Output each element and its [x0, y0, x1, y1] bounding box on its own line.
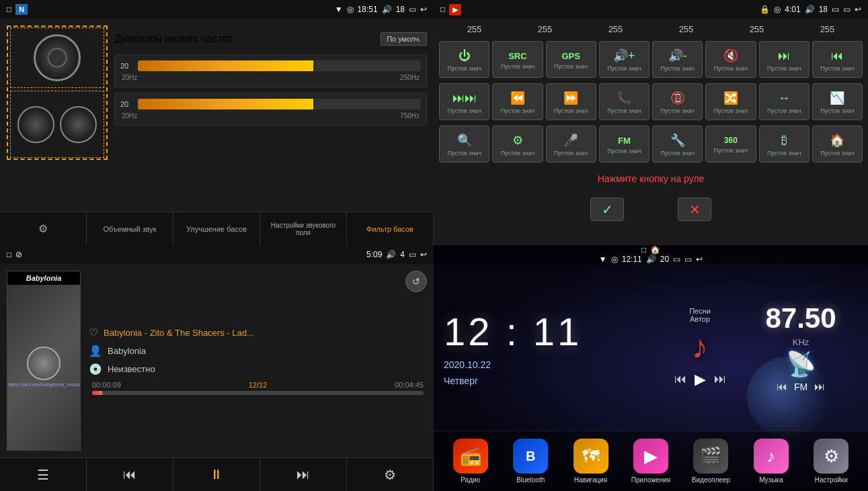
vol-1: 255: [448, 24, 502, 34]
rew-icon: ⏪: [510, 91, 525, 105]
btn-answer[interactable]: 📞 Пустое знач: [599, 83, 649, 120]
btn-eq[interactable]: 📉 Пустое знач: [812, 83, 863, 120]
eq-icon-tr: 📉: [830, 91, 844, 105]
btn-settings-tr[interactable]: ⚙ Пустое знач: [492, 126, 543, 163]
back-icon-tr[interactable]: ↩: [855, 5, 861, 14]
btn-bt[interactable]: ₿ Пустое знач: [759, 126, 810, 163]
tab-bass-boost[interactable]: Улучшение басов: [173, 212, 260, 245]
tab-surround[interactable]: Объемный звук: [87, 212, 173, 245]
settings-app-label: Настройки: [815, 476, 848, 484]
btn-skip-back[interactable]: ⏮ Пустое знач: [812, 41, 863, 78]
btn-vol-down[interactable]: 🔊- Пустое знач: [652, 41, 703, 78]
location-icon-br: ◎: [611, 255, 618, 264]
media-next-button[interactable]: ⏭: [714, 372, 726, 386]
btn-shuffle[interactable]: 🔀 Пустое знач: [705, 83, 756, 120]
media-song-label: Песни Автор: [689, 307, 711, 323]
btn-skip-fwd[interactable]: ⏭ Пустое знач: [759, 41, 810, 78]
btn-ff[interactable]: ⏩ Пустое знач: [546, 83, 596, 120]
apps-label: Приложения: [631, 476, 671, 484]
btn-360[interactable]: 360 Пустое знач: [705, 126, 756, 163]
btn-hangup[interactable]: 📵 Пустое знач: [652, 83, 703, 120]
ff-icon: ⏩: [563, 91, 578, 105]
next-button[interactable]: ⏭: [260, 458, 347, 491]
dock-item-video[interactable]: 🎬 Видеоплеер: [686, 439, 736, 484]
btn-cfg[interactable]: 🔧 Пустое знач: [652, 126, 703, 163]
btn-home-tr[interactable]: 🏠 Пустое знач: [812, 126, 863, 163]
btn-next-track[interactable]: ⏭⏭ Пустое знач: [439, 83, 489, 120]
window-icon: □: [7, 5, 11, 14]
btn-rew[interactable]: ⏪ Пустое знач: [492, 83, 543, 120]
pause-button[interactable]: ⏸: [173, 458, 260, 491]
volume-val-tl: 18: [396, 5, 405, 14]
back-icon-bl[interactable]: ↩: [420, 250, 427, 259]
tab-bass-filter[interactable]: Фильтр басов: [347, 212, 434, 245]
tab-eq-icon[interactable]: ⚙: [0, 212, 87, 245]
media-play-button[interactable]: ▶: [695, 371, 706, 388]
ctrl-grid-row1: ⏻ Пустое знач SRC Пустое знач GPS Пустое…: [439, 41, 863, 78]
player-controls: ☰ ⏮ ⏸ ⏭ ⚙: [0, 457, 434, 491]
volume-val-br: 20: [660, 255, 669, 264]
volume-row: 255 255 255 255 255 255: [439, 24, 863, 34]
prev-button[interactable]: ⏮: [87, 458, 173, 491]
vol-2: 255: [518, 24, 572, 34]
progress-bar[interactable]: [92, 391, 424, 395]
track-title: Babylonia - Zito & The Shacers - Lad...: [104, 328, 254, 338]
dock-item-music[interactable]: ♪ Музыка: [746, 439, 796, 484]
confirm-ok-button[interactable]: ✓: [590, 197, 624, 221]
music-player-panel: □ ⊘ 5:09 🔊 4 ▭ ↩ Babylonia https://vk.co…: [0, 245, 434, 491]
speaker-diagram: [7, 26, 108, 160]
vol-3: 255: [589, 24, 643, 34]
dock-item-bluetooth[interactable]: B Bluetooth: [506, 439, 556, 484]
media-prev-button[interactable]: ⏮: [674, 372, 686, 386]
btn-vol-up[interactable]: 🔊+ Пустое знач: [599, 41, 649, 78]
src-icon: SRC: [508, 51, 526, 61]
back-icon-br[interactable]: ↩: [696, 255, 703, 264]
album-url: https://vk.com/babylonia_music: [7, 380, 81, 389]
btn-search[interactable]: 🔍 Пустое знач: [439, 126, 489, 163]
screen-icon-br: ▭: [673, 255, 680, 264]
vol-5: 255: [730, 24, 784, 34]
eq-default-button[interactable]: По умолч.: [381, 32, 427, 46]
fm-next-button[interactable]: ⏭: [814, 381, 825, 393]
bluetooth-app-icon: B: [513, 439, 548, 474]
media-controls: ⏮ ▶ ⏭: [674, 371, 726, 388]
confirm-cancel-button[interactable]: ✕: [678, 197, 711, 221]
track-album: Неизвестно: [108, 364, 155, 374]
btn-gps[interactable]: GPS Пустое знач: [546, 41, 596, 78]
next-icon: ⏭: [297, 467, 310, 482]
cfg-icon: 🔧: [670, 133, 685, 148]
speaker-small-right: [60, 106, 97, 143]
btn-mic[interactable]: 🎤 Пустое знач: [546, 126, 596, 163]
btn-mute[interactable]: 🔇 Пустое знач: [705, 41, 756, 78]
fm-prev-button[interactable]: ⏮: [777, 381, 787, 393]
btn-fm-label: Пустое знач: [607, 148, 641, 155]
apps-icon: ▶: [633, 439, 668, 474]
btn-home-tr-label: Пустое знач: [820, 150, 855, 157]
status-bar-bl: □ ⊘ 5:09 🔊 4 ▭ ↩: [0, 245, 434, 264]
btn-power[interactable]: ⏻ Пустое знач: [439, 41, 489, 78]
tab-soundfield[interactable]: Настройки звукового поля: [260, 212, 347, 245]
playlist-button[interactable]: ☰: [0, 458, 87, 491]
signal-icon-tr: ◎: [774, 5, 781, 14]
btn-ff-label: Пустое знач: [554, 107, 588, 115]
eq-button[interactable]: ⚙: [347, 458, 434, 491]
speaker-bottom: [10, 91, 104, 158]
album-art: Babylonia https://vk.com/babylonia_music: [7, 271, 81, 451]
video-app-label: Видеоплеер: [692, 476, 730, 484]
btn-mode[interactable]: ↔ Пустое знач: [759, 83, 810, 120]
dock-item-settings[interactable]: ⚙ Настройки: [806, 439, 857, 484]
date-display: 2020.10.22: [444, 359, 656, 370]
eq-slider-2[interactable]: [138, 99, 421, 109]
btn-src[interactable]: SRC Пустое знач: [492, 41, 543, 78]
dock-item-apps[interactable]: ▶ Приложения: [625, 439, 676, 484]
fm-frequency: 87.50: [765, 302, 836, 334]
back-icon[interactable]: ↩: [420, 5, 427, 14]
settings-app-icon: ⚙: [814, 439, 849, 474]
dock-item-radio[interactable]: 📻 Радио: [445, 439, 496, 484]
repeat-button[interactable]: ↺: [405, 271, 427, 292]
app-icon-tl: N: [15, 4, 28, 15]
dock-item-nav[interactable]: 🗺 Навигация: [565, 439, 616, 484]
btn-fm[interactable]: FM Пустое знач: [599, 126, 649, 163]
volume-icon-bl: 🔊: [386, 250, 396, 259]
eq-slider-1[interactable]: [138, 60, 421, 71]
